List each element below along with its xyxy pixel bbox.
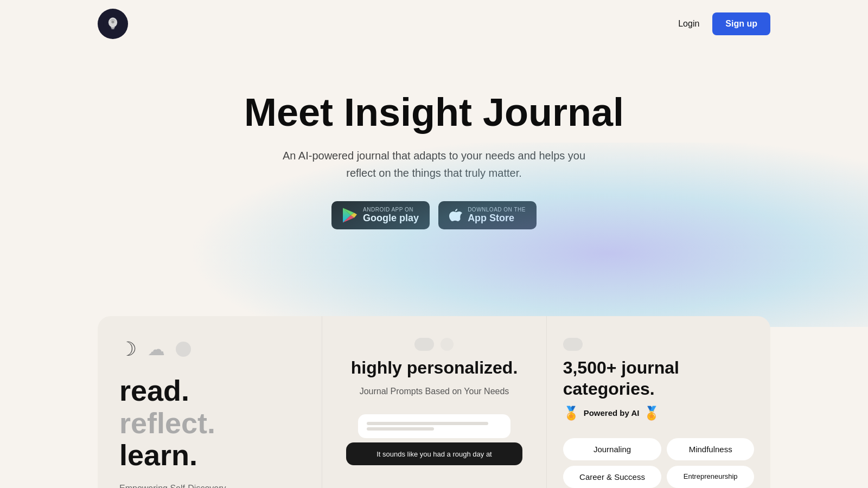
tag-mindfulness: Mindfulness bbox=[667, 438, 754, 460]
login-link[interactable]: Login bbox=[678, 19, 699, 29]
chat-ai-bubble: It sounds like you had a rough day at bbox=[346, 442, 522, 465]
chat-ai-text: It sounds like you had a rough day at bbox=[376, 450, 492, 458]
panel-right-title: 3,500+ journal categories. bbox=[563, 357, 754, 399]
tag-journaling: Journaling bbox=[563, 438, 662, 460]
google-play-label-small: ANDROID APP ON bbox=[363, 207, 413, 213]
laurel-right: 🏅 bbox=[643, 406, 660, 421]
category-tags: Journaling Mindfulness Career & Success … bbox=[563, 438, 754, 488]
cloud-icon: ☁ bbox=[148, 339, 165, 359]
dot-icon bbox=[176, 342, 191, 357]
svg-point-4 bbox=[111, 21, 114, 23]
chat-line-1 bbox=[367, 422, 489, 425]
headline-reflect: reflect. bbox=[119, 407, 300, 439]
app-store-button[interactable]: Download on the App Store bbox=[438, 201, 537, 229]
panel-middle: highly personalized. Journal Prompts Bas… bbox=[322, 316, 546, 488]
hero-subtitle: An AI-powered journal that adapts to you… bbox=[282, 147, 586, 182]
chat-bubble-area: It sounds like you had a rough day at bbox=[339, 414, 529, 465]
chat-line-2 bbox=[367, 427, 435, 431]
powered-text: Powered by AI bbox=[584, 408, 640, 418]
google-play-text: ANDROID APP ON Google play bbox=[363, 207, 419, 224]
google-play-label-big: Google play bbox=[363, 213, 419, 224]
app-store-text: Download on the App Store bbox=[468, 207, 526, 224]
read-reflect-learn: read. reflect. learn. bbox=[119, 375, 300, 471]
app-store-label-small: Download on the bbox=[468, 207, 526, 213]
nav-right: Login Sign up bbox=[678, 12, 770, 35]
panel-left-icons: ☽ ☁ bbox=[119, 338, 300, 361]
feature-card: ☽ ☁ read. reflect. learn. Empowering Sel… bbox=[98, 316, 770, 488]
hero-title: Meet Insight Journal bbox=[11, 91, 857, 134]
laurel-left: 🏅 bbox=[563, 406, 579, 421]
logo[interactable] bbox=[98, 9, 128, 39]
panel-right: 3,500+ journal categories. 🏅 Powered by … bbox=[546, 316, 770, 488]
panel-left: ☽ ☁ read. reflect. learn. Empowering Sel… bbox=[98, 316, 322, 488]
headline-read: read. bbox=[119, 375, 300, 407]
tag-entrepreneurship: Entrepreneurship bbox=[667, 466, 754, 488]
panel-middle-title: highly personalized. bbox=[351, 357, 518, 378]
powered-by: 🏅 Powered by AI 🏅 bbox=[563, 406, 754, 421]
panel-right-icons bbox=[563, 338, 754, 351]
signup-button[interactable]: Sign up bbox=[712, 12, 770, 35]
panel-middle-subtitle: Journal Prompts Based on Your Needs bbox=[360, 385, 509, 398]
panel-left-subtext: Empowering Self-Discovery bbox=[119, 484, 300, 488]
cloud-decoration-1 bbox=[414, 338, 434, 351]
google-play-button[interactable]: ANDROID APP ON Google play bbox=[331, 201, 430, 229]
headline-learn: learn. bbox=[119, 439, 300, 471]
store-buttons: ANDROID APP ON Google play Download on t… bbox=[11, 201, 857, 229]
chat-input-bubble bbox=[358, 414, 511, 438]
hero-section: Meet Insight Journal An AI-powered journ… bbox=[0, 48, 868, 284]
moon-icon: ☽ bbox=[119, 338, 137, 361]
cloud-decoration-3 bbox=[563, 338, 583, 351]
app-store-label-big: App Store bbox=[468, 213, 514, 224]
svg-rect-3 bbox=[111, 28, 114, 29]
svg-rect-2 bbox=[111, 27, 114, 28]
feature-section: ☽ ☁ read. reflect. learn. Empowering Sel… bbox=[0, 316, 868, 488]
navbar: Login Sign up bbox=[0, 0, 868, 48]
panel-middle-icons bbox=[414, 338, 454, 351]
tag-career: Career & Success bbox=[563, 466, 662, 488]
cloud-decoration-2 bbox=[441, 338, 454, 351]
